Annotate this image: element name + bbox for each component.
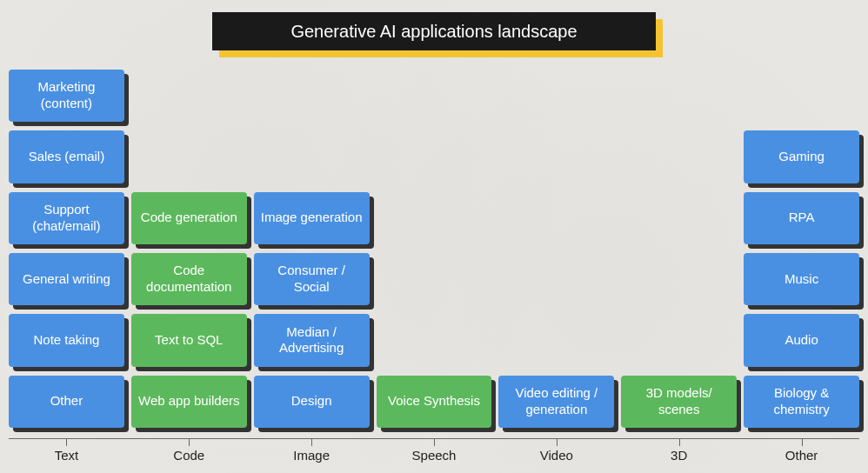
cell-label: Support (chat/email) bbox=[9, 192, 124, 244]
cell-label: Audio bbox=[744, 314, 859, 366]
axis-label: Other bbox=[744, 448, 859, 463]
axis-label: Code bbox=[131, 448, 247, 463]
cell-label: Code generation bbox=[131, 192, 247, 244]
cell-label: Other bbox=[9, 376, 124, 428]
landscape-cell: Marketing (content) bbox=[9, 70, 124, 122]
landscape-cell: Code generation bbox=[131, 192, 247, 244]
cell-label: General writing bbox=[9, 253, 124, 305]
page-title: Generative AI applications landscape bbox=[212, 12, 656, 50]
axis-label: Speech bbox=[377, 448, 492, 463]
landscape-cell: Music bbox=[744, 253, 859, 305]
cell-label: Consumer / Social bbox=[254, 253, 370, 305]
axis-label: Text bbox=[9, 448, 124, 463]
cell-label: 3D models/ scenes bbox=[621, 376, 737, 428]
landscape-cell: Audio bbox=[744, 314, 859, 366]
cell-label: Web app builders bbox=[131, 376, 247, 428]
landscape-cell: Support (chat/email) bbox=[9, 192, 124, 244]
landscape-cell: Note taking bbox=[9, 314, 124, 366]
landscape-cell: Text to SQL bbox=[131, 314, 247, 366]
landscape-cell: Gaming bbox=[744, 130, 859, 183]
landscape-cell: Design bbox=[254, 376, 370, 428]
landscape-cell: Voice Synthesis bbox=[377, 376, 492, 428]
cell-label: Music bbox=[744, 253, 859, 305]
landscape-cell: 3D models/ scenes bbox=[621, 376, 737, 428]
cell-label: Code documentation bbox=[131, 253, 247, 305]
cell-label: Sales (email) bbox=[9, 130, 124, 183]
axis-label: Video bbox=[498, 448, 614, 463]
landscape-cell: RPA bbox=[744, 192, 859, 244]
landscape-cell: Other bbox=[9, 376, 124, 428]
landscape-cell: Image generation bbox=[254, 192, 370, 244]
category-axis: TextCodeImageSpeechVideo3DOther bbox=[9, 438, 859, 463]
cell-label: Marketing (content) bbox=[9, 70, 124, 122]
landscape-cell: General writing bbox=[9, 253, 124, 305]
cell-label: Voice Synthesis bbox=[377, 376, 492, 428]
cell-label: Video editing / generation bbox=[498, 376, 614, 428]
landscape-grid: Marketing (content)Sales (email)Support … bbox=[9, 70, 859, 428]
cell-label: Biology & chemistry bbox=[744, 376, 859, 428]
landscape-cell: Median / Advertising bbox=[254, 314, 370, 366]
cell-label: Design bbox=[254, 376, 370, 428]
cell-label: Image generation bbox=[254, 192, 370, 244]
cell-label: Gaming bbox=[744, 130, 859, 183]
landscape-cell: Consumer / Social bbox=[254, 253, 370, 305]
landscape-cell: Sales (email) bbox=[9, 130, 124, 183]
landscape-cell: Video editing / generation bbox=[498, 376, 614, 428]
landscape-cell: Code documentation bbox=[131, 253, 247, 305]
cell-label: RPA bbox=[744, 192, 859, 244]
cell-label: Median / Advertising bbox=[254, 314, 370, 366]
landscape-cell: Web app builders bbox=[131, 376, 247, 428]
axis-label: 3D bbox=[621, 448, 737, 463]
cell-label: Note taking bbox=[9, 314, 124, 366]
landscape-cell: Biology & chemistry bbox=[744, 376, 859, 428]
title-bar: Generative AI applications landscape bbox=[212, 12, 656, 50]
axis-label: Image bbox=[254, 448, 370, 463]
cell-label: Text to SQL bbox=[131, 314, 247, 366]
